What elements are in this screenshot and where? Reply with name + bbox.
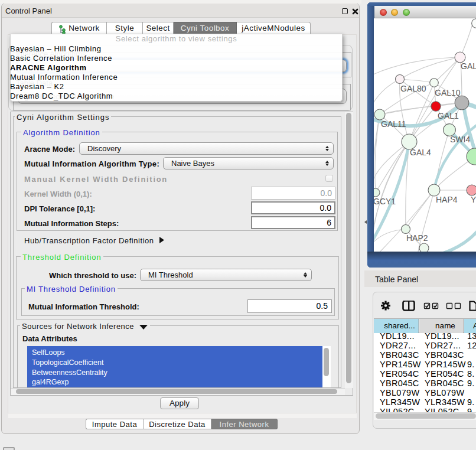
svg-text:HAP4: HAP4 <box>436 195 458 204</box>
svg-text:GAL10: GAL10 <box>435 88 461 97</box>
svg-text:GAL11: GAL11 <box>381 119 406 129</box>
svg-text:GAL1: GAL1 <box>438 111 459 120</box>
svg-text:Y: Y <box>471 195 476 204</box>
svg-text:GCY1: GCY1 <box>374 197 396 206</box>
svg-text:GAL: GAL <box>461 61 476 71</box>
svg-text:GAL80: GAL80 <box>400 84 426 93</box>
svg-text:SWI4: SWI4 <box>450 135 470 144</box>
svg-text:GAL4: GAL4 <box>410 148 431 157</box>
svg-text:HAP2: HAP2 <box>406 233 428 243</box>
